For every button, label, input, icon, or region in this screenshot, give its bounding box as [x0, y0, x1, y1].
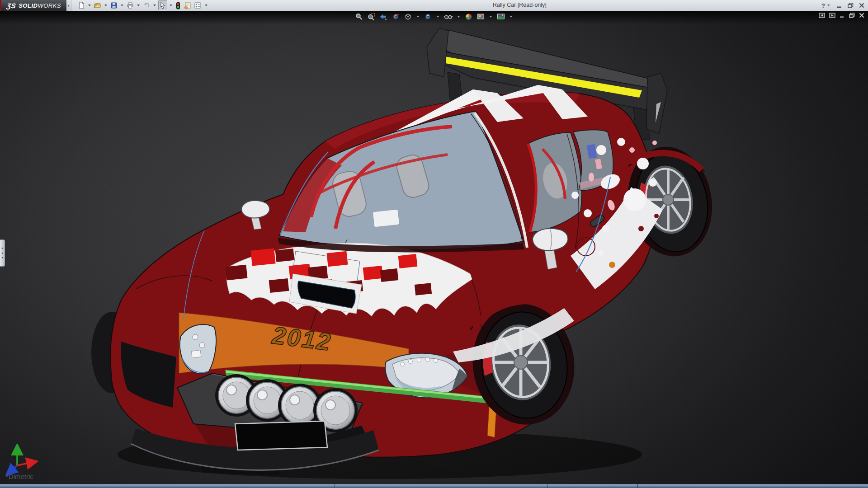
- zoom-to-area-button[interactable]: [367, 12, 377, 21]
- zoom-to-area-icon: [368, 13, 376, 21]
- close-icon[interactable]: [859, 3, 864, 8]
- help-dropdown-caret[interactable]: [827, 5, 830, 6]
- options-checklist-icon: [194, 2, 202, 9]
- document-close-icon[interactable]: [859, 13, 864, 18]
- section-view-icon: [392, 13, 400, 21]
- view-settings-icon: [497, 13, 505, 21]
- display-style-button[interactable]: [423, 12, 433, 21]
- undo-dropdown-caret[interactable]: [153, 5, 156, 6]
- print-icon: [127, 2, 134, 9]
- print-dropdown-caret[interactable]: [137, 5, 140, 6]
- hide-show-items-icon: [444, 13, 453, 21]
- restore-icon[interactable]: [848, 3, 854, 8]
- view-settings-caret[interactable]: [510, 16, 513, 18]
- previous-view-button[interactable]: [379, 12, 389, 21]
- save-floppy-icon: [110, 2, 118, 9]
- solidworks-logo-glyph: ƷS: [6, 2, 17, 9]
- pane-previous-icon[interactable]: [819, 13, 825, 18]
- display-style-icon: [424, 13, 432, 21]
- help-button[interactable]: ?: [821, 3, 825, 9]
- brand-text-light: WORKS: [38, 2, 61, 9]
- new-document-button[interactable]: [77, 1, 86, 10]
- print-button[interactable]: [126, 1, 135, 10]
- zoom-to-fit-button[interactable]: [354, 12, 364, 21]
- reference-triad: [5, 444, 38, 476]
- document-window-controls: [819, 13, 864, 18]
- apply-scene-button[interactable]: [476, 12, 486, 21]
- hide-show-items-button[interactable]: [443, 12, 454, 21]
- status-separator: [637, 484, 638, 488]
- new-dropdown-caret[interactable]: [88, 5, 91, 6]
- file-properties-icon: [184, 2, 191, 9]
- triad-x-axis: [17, 462, 33, 465]
- previous-view-icon: [380, 13, 388, 21]
- document-restore-icon[interactable]: [849, 13, 855, 18]
- view-orientation-label: *Dimetric: [6, 473, 33, 480]
- select-button[interactable]: [158, 0, 167, 10]
- rally-car-model[interactable]: 2012: [91, 28, 721, 479]
- undo-button[interactable]: [142, 1, 151, 10]
- edit-appearance-button[interactable]: [464, 12, 474, 21]
- license-plate: [235, 421, 327, 450]
- view-orientation-button[interactable]: [403, 12, 413, 21]
- zoom-to-fit-icon: [355, 13, 363, 21]
- rebuild-traffic-light-icon: [175, 2, 181, 9]
- brand-text-bold: SOLID: [19, 2, 38, 9]
- feature-tree-splitter-tab[interactable]: ◂ ◂ ◂: [0, 239, 5, 267]
- minimize-icon[interactable]: [837, 3, 842, 8]
- model-canvas[interactable]: 2012: [0, 11, 868, 488]
- menu-expand-arrow[interactable]: ▸: [66, 0, 71, 11]
- save-dropdown-caret[interactable]: [121, 5, 123, 6]
- options-dropdown-caret[interactable]: [205, 5, 208, 6]
- splitter-arrow-icon: ◂: [1, 251, 3, 256]
- status-separator: [547, 484, 547, 488]
- apply-scene-caret[interactable]: [490, 16, 492, 18]
- open-button[interactable]: [93, 1, 102, 10]
- save-button[interactable]: [109, 1, 118, 10]
- view-orientation-caret[interactable]: [417, 16, 420, 18]
- select-dropdown-caret[interactable]: [170, 5, 172, 6]
- status-separator: [335, 484, 335, 488]
- rebuild-button[interactable]: [175, 1, 182, 10]
- select-cursor-icon: [160, 2, 166, 9]
- options-button[interactable]: [193, 1, 203, 10]
- display-style-caret[interactable]: [437, 16, 439, 18]
- graphics-viewport[interactable]: ◂ ◂ ◂: [0, 11, 868, 488]
- file-properties-button[interactable]: [183, 1, 192, 10]
- status-bar: [0, 484, 868, 488]
- hide-show-items-caret[interactable]: [458, 16, 460, 18]
- triad-z-axis: [10, 465, 17, 472]
- splitter-arrow-icon: ◂: [1, 246, 3, 251]
- pane-next-icon[interactable]: [829, 13, 835, 18]
- document-title: Rally Car [Read-only]: [493, 2, 547, 8]
- app-titlebar: ƷS SOLIDWORKS ▸: [0, 0, 868, 11]
- standard-toolbar: [77, 0, 209, 10]
- apply-scene-icon: [477, 13, 485, 21]
- edit-appearance-icon: [465, 13, 473, 21]
- heads-up-view-toolbar: [354, 12, 514, 21]
- open-dropdown-caret[interactable]: [104, 5, 107, 6]
- new-document-icon: [78, 2, 85, 9]
- open-folder-icon: [94, 2, 101, 9]
- undo-arrow-icon: [143, 2, 150, 9]
- view-orientation-icon: [404, 13, 412, 21]
- brand-accent-strip: [0, 0, 1, 11]
- view-settings-button[interactable]: [496, 12, 506, 21]
- document-minimize-icon[interactable]: [840, 13, 845, 18]
- section-view-button[interactable]: [391, 12, 401, 21]
- splitter-arrow-icon: ◂: [1, 255, 3, 260]
- window-controls: ?: [821, 0, 864, 11]
- solidworks-logo: ƷS SOLIDWORKS: [1, 0, 66, 11]
